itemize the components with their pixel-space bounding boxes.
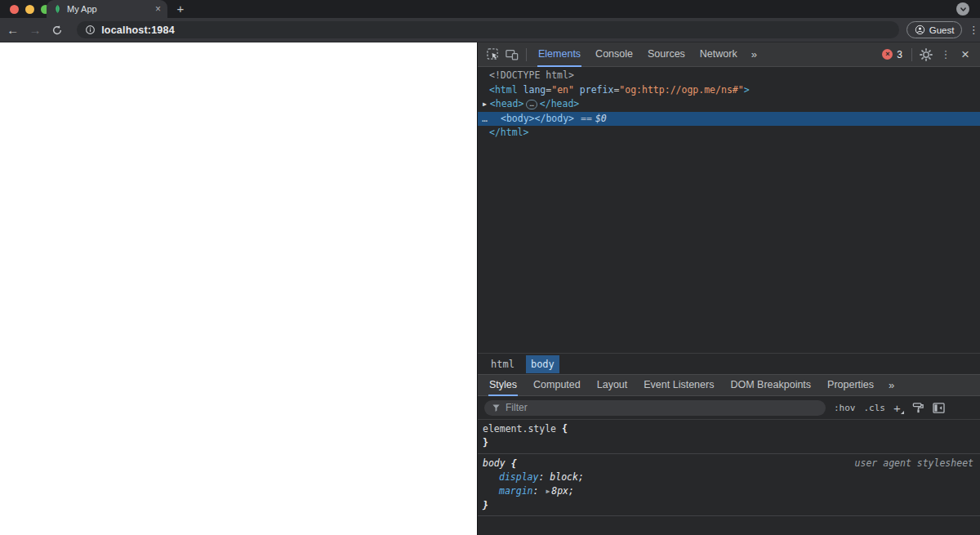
person-icon (915, 25, 925, 35)
browser-titlebar: My App × + (0, 0, 980, 18)
minimize-window-button[interactable] (25, 5, 34, 14)
computed-sidebar-toggle-icon[interactable] (933, 403, 945, 413)
macos-traffic-lights (10, 5, 50, 14)
guest-label: Guest (929, 25, 955, 35)
styles-filter-row: :hov .cls + (478, 396, 980, 420)
reload-icon[interactable] (48, 20, 67, 40)
error-count: 3 (897, 49, 902, 60)
toolbar-divider (911, 48, 912, 61)
tab-close-icon[interactable]: × (155, 4, 161, 14)
tab-console[interactable]: Console (588, 42, 640, 67)
toggle-element-state-button[interactable]: :hov (834, 403, 856, 413)
devtools-panel: Elements Console Sources Network » × 3 ⋮… (477, 42, 980, 535)
browser-tab[interactable]: My App × (47, 0, 167, 18)
close-window-button[interactable] (10, 5, 19, 14)
styles-sidebar-tabs: Styles Computed Layout Event Listeners D… (478, 374, 980, 396)
forward-icon: → (25, 20, 44, 40)
device-toolbar-icon[interactable] (502, 45, 522, 65)
css-property-margin[interactable]: margin: ▶8px; (483, 484, 975, 498)
tab-network[interactable]: Network (693, 42, 745, 67)
expand-triangle-icon[interactable]: ▶ (483, 100, 487, 108)
page-viewport (0, 42, 477, 535)
element-style-rule[interactable]: element.style { } (478, 420, 980, 454)
collapsed-content-ellipsis[interactable]: … (526, 100, 537, 109)
elements-dom-tree: <!DOCTYPE html> <html lang="en" prefix="… (478, 67, 980, 353)
inline-style-selector[interactable]: element.style (483, 423, 556, 435)
favicon-leaf-icon (53, 3, 62, 15)
more-tabs-icon[interactable]: » (745, 48, 763, 60)
tab-sources[interactable]: Sources (640, 42, 693, 67)
css-property-display[interactable]: display: block; (483, 470, 975, 484)
browser-toolbar: ← → localhost:1984 Guest ⋮ (0, 18, 980, 42)
toolbar-divider (526, 48, 527, 61)
dom-node-doctype[interactable]: <!DOCTYPE html> (478, 69, 980, 83)
rule-selector[interactable]: body (483, 457, 506, 469)
tab-properties[interactable]: Properties (819, 375, 882, 396)
browser-menu-kebab-icon[interactable]: ⋮ (967, 24, 980, 36)
url-text: localhost:1984 (101, 25, 175, 36)
site-info-icon[interactable] (85, 25, 96, 35)
devtools-toolbar: Elements Console Sources Network » × 3 ⋮… (478, 42, 980, 67)
tab-styles[interactable]: Styles (481, 375, 525, 396)
tab-computed[interactable]: Computed (525, 375, 589, 396)
inspect-element-icon[interactable] (483, 45, 502, 65)
tab-dom-breakpoints[interactable]: DOM Breakpoints (722, 375, 819, 396)
tab-search-button[interactable] (956, 2, 969, 16)
hidden-nodes-dots-icon[interactable]: … (482, 112, 487, 127)
user-agent-body-rule[interactable]: body { user agent stylesheet display: bl… (478, 454, 980, 516)
chevron-down-icon (960, 6, 967, 13)
element-classes-button[interactable]: .cls (864, 403, 886, 413)
tab-layout[interactable]: Layout (589, 375, 636, 396)
rendering-brush-icon[interactable] (912, 402, 924, 414)
tab-elements[interactable]: Elements (531, 42, 588, 67)
tab-event-listeners[interactable]: Event Listeners (635, 375, 722, 396)
guest-profile-button[interactable]: Guest (906, 21, 963, 38)
new-tab-button[interactable]: + (173, 2, 188, 16)
filter-funnel-icon (492, 403, 501, 412)
error-icon: × (882, 49, 893, 60)
dom-node-html-open[interactable]: <html lang="en" prefix="og:http://ogp.me… (478, 83, 980, 98)
dom-node-body-selected[interactable]: …<body></body>==$0 (478, 112, 980, 127)
settings-gear-icon[interactable] (916, 45, 936, 65)
dom-node-head[interactable]: ▶<head>…</head> (478, 97, 980, 112)
breadcrumb-body[interactable]: body (526, 355, 559, 373)
expand-shorthand-icon[interactable]: ▶ (546, 488, 550, 495)
style-filter-field[interactable] (484, 400, 826, 416)
address-bar[interactable]: localhost:1984 (77, 21, 899, 38)
devtools-menu-kebab-icon[interactable]: ⋮ (936, 45, 956, 65)
breadcrumb-html[interactable]: html (486, 355, 519, 373)
styles-pane: element.style { } body { user agent styl… (478, 420, 980, 535)
back-icon[interactable]: ← (3, 20, 22, 40)
devtools-close-icon[interactable]: × (956, 47, 975, 63)
stylesheet-origin-label: user agent stylesheet (855, 457, 973, 470)
tab-title: My App (67, 4, 150, 14)
style-filter-input[interactable] (506, 402, 775, 413)
error-count-badge[interactable]: × 3 (877, 49, 907, 60)
dom-breadcrumb-bar: html body (478, 353, 980, 374)
more-style-tabs-icon[interactable]: » (882, 379, 900, 391)
new-style-rule-button[interactable]: + (893, 401, 904, 415)
dom-node-html-close[interactable]: </html> (478, 126, 980, 140)
